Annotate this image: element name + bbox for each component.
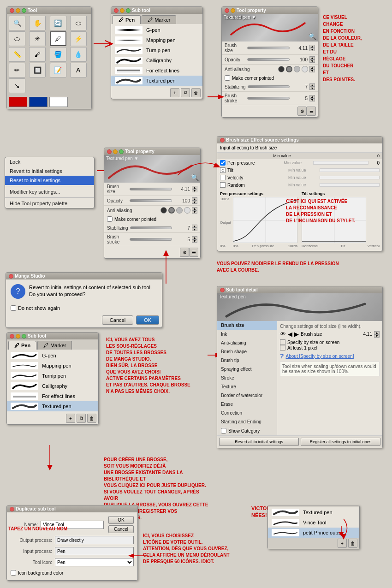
at-least-check[interactable]: [280, 345, 285, 350]
list-item[interactable]: G-pen: [111, 25, 202, 35]
velocity-check[interactable]: [220, 175, 226, 180]
ok-button[interactable]: OK: [136, 315, 159, 325]
cat-ink[interactable]: Ink: [217, 330, 277, 339]
stabilizing-slider[interactable]: [248, 85, 290, 88]
opacity-slider-mid[interactable]: [130, 199, 172, 202]
cat-spraying[interactable]: Spraying effect: [217, 365, 277, 374]
tool-arrow[interactable]: ↘: [9, 78, 25, 93]
opacity-spinner-mid[interactable]: ▲▼: [192, 197, 197, 204]
show-cat-checkbox[interactable]: [221, 428, 226, 434]
list-item-bl[interactable]: G-pen: [7, 350, 98, 361]
del-tool-btn[interactable]: 🗑: [191, 88, 201, 97]
pen-pressure-check[interactable]: [220, 160, 226, 166]
specify-screen-check[interactable]: [280, 339, 285, 345]
cat-brush-tip[interactable]: Brush tip: [217, 356, 277, 365]
aa-dot-2[interactable]: [286, 66, 292, 72]
max-btn[interactable]: [119, 149, 124, 154]
min-btn[interactable]: [16, 8, 20, 13]
tool-pencil[interactable]: ✏: [9, 63, 25, 77]
aa-dot-mid-3[interactable]: [176, 207, 183, 214]
stroke-spinner[interactable]: ▲▼: [309, 95, 315, 101]
brush-list-item-2[interactable]: Vince Tool: [268, 517, 359, 528]
close-btn[interactable]: [10, 334, 14, 339]
add-brush-btn[interactable]: +: [338, 539, 347, 548]
tool-text[interactable]: A: [70, 63, 87, 77]
aa-spinner-mid[interactable]: ▲▼: [192, 207, 197, 214]
tool-ruler[interactable]: 📏: [9, 47, 25, 62]
cat-stroke[interactable]: Stroke: [217, 374, 277, 382]
tool-lightning[interactable]: ⚡: [70, 31, 87, 46]
icon-select[interactable]: Pen: [55, 558, 134, 566]
close-btn[interactable]: [10, 8, 14, 13]
random-check[interactable]: [220, 182, 226, 188]
cat-brush-size[interactable]: Brush size: [217, 321, 277, 330]
tool-star[interactable]: ✳: [29, 31, 46, 46]
cat-brush-shape[interactable]: Brush shape: [217, 347, 277, 356]
close-btn[interactable]: [220, 288, 225, 292]
settings-icon-mid[interactable]: ⚙: [180, 248, 189, 257]
stabilizing-slider-mid[interactable]: [130, 226, 172, 229]
aa-dot-1[interactable]: [278, 66, 285, 72]
del-brush-btn[interactable]: 🗑: [348, 539, 357, 548]
min-btn[interactable]: [231, 8, 235, 13]
list-item-textured[interactable]: Textured pen: [111, 76, 202, 86]
cancel-button[interactable]: Cancel: [102, 315, 133, 325]
tab-pen[interactable]: 🖊 Pen: [113, 15, 141, 24]
aa-dot-3[interactable]: [294, 66, 300, 72]
tool-brush[interactable]: 🖌: [29, 47, 46, 62]
list-item-bl[interactable]: Calligraphy: [7, 381, 98, 391]
tool-pen[interactable]: 🖊: [50, 31, 66, 46]
aa-dot-mid-4[interactable]: [184, 207, 190, 214]
cat-border[interactable]: Border of watercolor: [217, 391, 277, 400]
magnifier-icon-mid[interactable]: 🔍: [191, 174, 199, 181]
swatch-red[interactable]: [9, 97, 27, 107]
tilt-radio[interactable]: ○: [220, 167, 226, 173]
list-item[interactable]: Calligraphy: [111, 55, 202, 65]
tool-text-box[interactable]: 📝: [50, 63, 66, 77]
del-btn-bl[interactable]: 🗑: [87, 414, 96, 423]
tool-rect[interactable]: 🔲: [29, 63, 46, 77]
tool-magnifier[interactable]: 🔍: [9, 16, 25, 30]
max-btn[interactable]: [22, 334, 26, 339]
swatch-blue[interactable]: [29, 97, 48, 107]
tool-lasso[interactable]: ⬭: [9, 31, 25, 46]
brush-size-slider[interactable]: [247, 47, 290, 49]
tab-pen-bl[interactable]: 🖊 Pen: [8, 341, 36, 350]
aa-dot-mid-2[interactable]: [168, 207, 175, 214]
opacity-slider[interactable]: [247, 58, 290, 61]
close-btn[interactable]: [107, 149, 112, 154]
bg-color-check[interactable]: [11, 570, 16, 576]
tool-hand[interactable]: ✋: [29, 16, 46, 30]
corner-checkbox-mid[interactable]: [107, 216, 113, 222]
list-item-bl[interactable]: For effect lines: [7, 391, 98, 401]
magnifier-icon[interactable]: 🔍: [309, 33, 316, 40]
list-icon-mid[interactable]: ☰: [189, 248, 198, 257]
corner-checkbox[interactable]: [225, 75, 230, 81]
cat-correction[interactable]: Correction: [217, 409, 277, 417]
close-btn[interactable]: [225, 8, 229, 13]
close-btn[interactable]: [10, 507, 14, 511]
brush-size-slider-mid[interactable]: [130, 188, 172, 190]
no-show-checkbox[interactable]: [11, 305, 16, 311]
add-tool-btn[interactable]: +: [170, 88, 179, 97]
max-btn[interactable]: [22, 8, 26, 13]
tab-marker-bl[interactable]: 🖍 Marker: [37, 341, 72, 350]
stroke-spinner-mid[interactable]: ▲▼: [192, 236, 197, 243]
list-item-bl-textured[interactable]: Textured pen: [7, 401, 98, 411]
ok-dup-btn[interactable]: OK: [108, 516, 134, 524]
list-item[interactable]: Mapping pen: [111, 35, 202, 45]
cat-erase[interactable]: Erase: [217, 400, 277, 409]
cat-anti-alias[interactable]: Anti-aliasing: [217, 339, 277, 347]
cancel-dup-btn[interactable]: Cancel: [108, 525, 134, 533]
close-btn[interactable]: [220, 138, 225, 143]
brush-stroke-slider-mid[interactable]: [130, 238, 172, 241]
min-btn[interactable]: [113, 149, 118, 154]
min-btn[interactable]: [16, 334, 20, 339]
min-btn[interactable]: [120, 8, 125, 13]
aa-dot-mid-1[interactable]: [160, 207, 167, 214]
aa-dot-4[interactable]: [302, 66, 308, 72]
menu-reset[interactable]: Reset to initial settings: [5, 176, 94, 185]
list-item[interactable]: For effect lines: [111, 65, 202, 76]
brush-stroke-slider[interactable]: [247, 97, 290, 100]
tool-select[interactable]: ⬭: [70, 16, 87, 30]
